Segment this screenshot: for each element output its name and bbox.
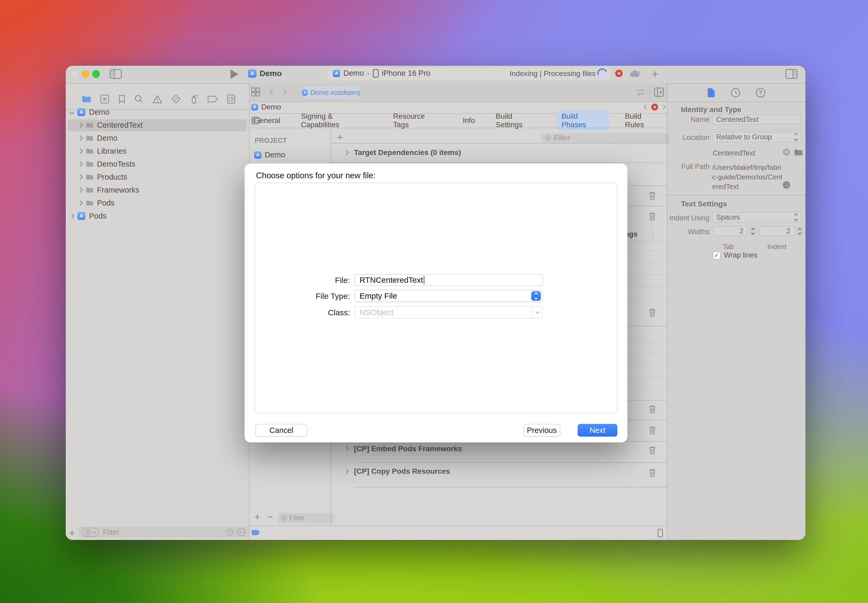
sidebar-item-frameworks[interactable]: Frameworks	[79, 184, 248, 196]
indent-width-field[interactable]: 2	[759, 226, 795, 236]
sidebar-toggle-icon[interactable]	[110, 69, 122, 79]
disclosure-chevron-icon[interactable]	[77, 200, 83, 206]
issue-badge[interactable]: ×	[651, 104, 658, 110]
name-field[interactable]: CenteredText	[712, 115, 801, 124]
activity-status[interactable]: Indexing | Processing files	[482, 70, 596, 78]
delete-phase-icon[interactable]	[648, 425, 657, 436]
location-popup[interactable]: Relative to Group	[712, 132, 801, 142]
help-inspector-icon[interactable]: ?	[756, 88, 766, 97]
sidebar-item-pods-project[interactable]: A Pods	[70, 210, 249, 222]
inspector-toggle-icon[interactable]	[785, 69, 797, 79]
delete-phase-icon[interactable]	[648, 191, 657, 201]
traffic-close-button[interactable]	[71, 70, 79, 78]
scheme-app-icon: A	[333, 70, 340, 77]
delete-phase-icon[interactable]	[648, 308, 657, 318]
filetype-popup[interactable]: Empty File	[355, 290, 543, 302]
add-build-phase-button[interactable]: +	[337, 131, 343, 143]
run-button[interactable]	[231, 70, 238, 79]
source-control-navigator-icon[interactable]	[100, 94, 109, 104]
device-status-icon[interactable]	[658, 529, 663, 537]
sidebar-item-pods-folder[interactable]: Pods	[79, 197, 248, 209]
disclosure-chevron-icon[interactable]	[77, 122, 83, 128]
project-item-label: Demo	[265, 150, 285, 159]
filetype-label: File Type:	[279, 292, 350, 301]
traffic-zoom-button[interactable]	[92, 70, 100, 78]
disclosure-chevron-icon[interactable]	[343, 468, 349, 474]
phase-row-target-dependencies[interactable]: Target Dependencies (0 items)	[345, 148, 461, 157]
clear-group-icon[interactable]: ×	[783, 148, 790, 156]
filter-bar-tag-icon[interactable]	[251, 530, 259, 535]
tab-demo-xcodeproj[interactable]: A Demo.xcodeproj	[302, 86, 361, 99]
previous-button[interactable]: Previous	[523, 424, 560, 437]
delete-phase-icon[interactable]	[648, 468, 657, 478]
error-badge[interactable]: ×	[615, 70, 623, 77]
tab-general[interactable]: General	[249, 114, 285, 127]
file-inspector-icon[interactable]	[707, 88, 715, 98]
delete-phase-icon[interactable]	[648, 404, 657, 414]
sidebar-item-centeredtext[interactable]: CenteredText	[79, 119, 248, 131]
swap-editors-icon[interactable]	[635, 88, 646, 96]
class-combobox[interactable]: NSObject	[355, 306, 543, 319]
tab-width-stepper[interactable]	[750, 227, 756, 236]
device-name[interactable]: iPhone 16 Pro	[382, 69, 430, 77]
disclosure-chevron-icon[interactable]	[343, 446, 349, 451]
delete-phase-icon[interactable]	[648, 445, 657, 455]
disclosure-chevron-icon[interactable]	[77, 135, 83, 141]
combo-chevron-button[interactable]	[532, 307, 542, 318]
open-path-arrow-icon[interactable]: →	[783, 181, 790, 189]
device-phone-icon	[373, 69, 379, 77]
disclosure-chevron-icon[interactable]	[77, 148, 83, 154]
filter-scope-control[interactable]	[82, 528, 99, 537]
project-filter-field[interactable]: Filter	[278, 513, 334, 523]
test-navigator-icon[interactable]	[172, 94, 180, 104]
debug-navigator-icon[interactable]	[190, 94, 199, 104]
phase-row-copy-pods-resources[interactable]: [CP] Copy Pods Resources	[345, 467, 450, 476]
wrap-lines-checkbox[interactable]: ✓	[713, 251, 721, 260]
phase-row-embed-pods-frameworks[interactable]: [CP] Embed Pods Frameworks	[345, 445, 462, 453]
sidebar-item-products[interactable]: Products	[79, 171, 248, 183]
disclosure-chevron-icon[interactable]	[77, 161, 83, 167]
next-button[interactable]: Next	[578, 424, 617, 437]
grid-overview-icon[interactable]	[251, 87, 260, 96]
phases-filter-field[interactable]: Filter	[542, 133, 670, 143]
history-inspector-icon[interactable]	[730, 88, 741, 98]
disclosure-chevron-icon[interactable]	[69, 110, 74, 115]
project-navigator-icon[interactable]	[82, 95, 91, 103]
disclosure-chevron-icon[interactable]	[77, 174, 83, 179]
report-navigator-icon[interactable]	[227, 94, 235, 104]
indent-using-popup[interactable]: Spaces	[712, 212, 801, 222]
navigator-filter-field[interactable]: Filter	[78, 527, 249, 538]
sidebar-item-demo-folder[interactable]: Demo	[79, 132, 248, 144]
cancel-button[interactable]: Cancel	[255, 424, 307, 437]
scm-status-filter-icon[interactable]	[237, 529, 245, 536]
recent-clock-icon[interactable]	[226, 529, 234, 536]
traffic-minimize-button[interactable]	[82, 70, 89, 78]
project-list-item-demo[interactable]: A Demo	[254, 150, 285, 159]
navigator-add-button[interactable]: +	[69, 527, 75, 539]
tab-width-field[interactable]: 2	[713, 226, 748, 236]
add-editor-icon[interactable]	[654, 87, 664, 97]
disclosure-chevron-icon[interactable]	[343, 150, 349, 155]
search-navigator-icon[interactable]	[134, 94, 143, 104]
wrap-lines-setting[interactable]: ✓ Wrap lines	[713, 251, 758, 260]
disclosure-chevron-icon[interactable]	[69, 213, 74, 219]
scheme-selector[interactable]: A Demo › iPhone 16 Pro	[333, 69, 430, 77]
indent-width-stepper[interactable]	[797, 227, 803, 236]
phase-list-remove-button[interactable]: −	[267, 511, 273, 523]
sidebar-item-libraries[interactable]: Libraries	[79, 145, 248, 157]
sidebar-item-demotests[interactable]: DemoTests	[79, 158, 248, 170]
choose-folder-icon[interactable]	[794, 149, 803, 156]
bookmark-navigator-icon[interactable]	[118, 94, 125, 104]
phase-list-add-button[interactable]: +	[254, 511, 260, 523]
issue-navigator-icon[interactable]	[152, 94, 162, 104]
breadcrumb[interactable]: A Demo	[251, 103, 281, 111]
tab-info[interactable]: Info	[458, 114, 480, 127]
sidebar-item-demo-project[interactable]: A Demo	[70, 106, 249, 118]
file-name-input[interactable]: RTNCenteredText	[355, 274, 543, 286]
breakpoint-navigator-icon[interactable]	[208, 96, 218, 102]
disclosure-chevron-icon[interactable]	[77, 187, 83, 193]
popup-stepper-icon	[795, 133, 797, 141]
delete-phase-icon[interactable]	[648, 212, 657, 221]
toolbar-add-button[interactable]: +	[652, 68, 658, 80]
file-name-value: RTNCenteredText	[359, 275, 423, 284]
